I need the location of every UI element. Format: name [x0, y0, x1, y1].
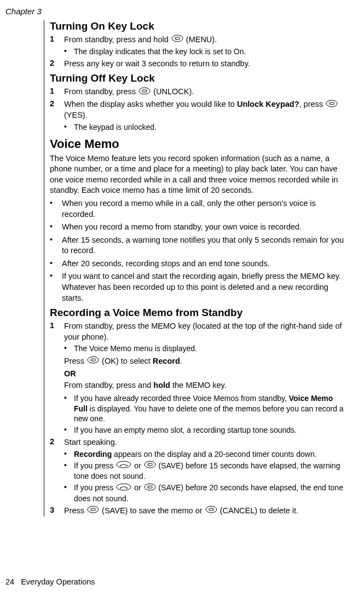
step-row: 2 When the display asks whether you woul… [50, 99, 348, 121]
sub-text: The display indicates that the key lock … [74, 47, 348, 57]
svg-point-11 [91, 360, 92, 360]
sub-text: If you press or (SAVE) before 20 seconds… [74, 483, 348, 504]
svg-point-21 [145, 484, 155, 490]
svg-point-14 [126, 465, 128, 466]
bullet-marker: • [64, 47, 74, 55]
bullet-marker: • [64, 343, 74, 352]
text: (YES). [64, 111, 88, 119]
svg-point-24 [88, 506, 99, 513]
text: If you press [74, 483, 115, 492]
svg-rect-1 [175, 37, 180, 39]
bullet-marker: • [64, 425, 74, 434]
save-key-icon [144, 483, 156, 494]
bullet-marker: • [64, 483, 74, 491]
step-number: 3 [50, 506, 64, 514]
step-text: Start speaking. [64, 437, 348, 448]
step-text: From standby, press and hold (MENU). [64, 35, 348, 45]
svg-point-9 [88, 357, 99, 363]
heading-voice-memo: Voice Memo [50, 137, 348, 151]
svg-rect-28 [209, 508, 213, 511]
step-text: Press (SAVE) to save the memo or (CANCEL… [64, 506, 348, 517]
text: (UNLOCK). [151, 87, 194, 96]
sub-text: Recording appears on the display and a 2… [74, 449, 348, 460]
text: appears on the display and a 20-second t… [112, 450, 316, 459]
step-text: When the display asks whether you would … [64, 99, 348, 121]
step-number: 2 [50, 99, 64, 108]
bullet-marker: • [50, 235, 62, 244]
svg-rect-25 [91, 508, 95, 511]
bullet-marker: • [50, 271, 62, 280]
bullet-row: • If you want to cancel and start the re… [50, 271, 348, 303]
bullet-marker: • [50, 222, 62, 231]
or-label: OR [64, 369, 348, 378]
sub-text: The keypad is unlocked. [74, 122, 348, 133]
bullet-marker: • [64, 122, 74, 131]
save-key-icon [87, 506, 99, 517]
text: Press [64, 357, 86, 365]
bullet-text: When you record a memo while in a call, … [62, 198, 348, 220]
step-number: 1 [50, 321, 64, 330]
bullet-text: When you record a memo from standby, you… [62, 222, 348, 233]
save-key-icon [144, 461, 156, 471]
text: (CANCEL) to delete it. [218, 506, 298, 515]
cancel-key-icon [205, 506, 217, 517]
text: , press [299, 100, 326, 108]
step-text: From standby, press (UNLOCK). [64, 87, 348, 98]
svg-point-6 [326, 100, 337, 107]
step-row: 1 From standby, press the MEMO key (loca… [50, 321, 348, 342]
svg-point-5 [146, 90, 146, 91]
text: or [132, 461, 143, 470]
bullet-marker: • [50, 259, 62, 267]
step-row: 2 Start speaking. [50, 437, 348, 448]
sub-text: The Voice Memo menu is displayed. [74, 343, 348, 354]
sub-text: If you have an empty memo slot, a record… [74, 425, 348, 435]
chapter-label: Chapter 3 [5, 7, 348, 16]
step-row: 1 From standby, press (UNLOCK). [50, 87, 348, 98]
bullet-row: • When you record a memo while in a call… [50, 198, 348, 220]
step-text: Press any key or wait 3 seconds to retur… [64, 59, 348, 70]
step-number: 2 [50, 437, 64, 446]
step-number: 1 [50, 35, 64, 43]
svg-rect-7 [330, 102, 334, 105]
step-number: 2 [50, 59, 64, 67]
svg-point-8 [331, 103, 331, 104]
text: (MENU). [184, 35, 217, 44]
text: is displayed. You have to delete one of … [74, 404, 344, 423]
paragraph: From standby, press and hold the MEMO ke… [64, 380, 348, 391]
bold-text: Recording [74, 450, 112, 459]
content-area: Turning On Key Lock 1 From standby, pres… [44, 20, 348, 517]
bullet-marker: • [64, 461, 74, 469]
page-number: 24 [5, 577, 14, 586]
svg-point-17 [148, 465, 149, 465]
svg-rect-22 [148, 486, 152, 488]
step-text: From standby, press the MEMO key (locate… [64, 321, 348, 342]
svg-rect-10 [91, 359, 95, 361]
ok-key-icon [87, 356, 99, 367]
unlock-key-icon [138, 87, 151, 98]
bullet-row: • After 15 seconds, a warning tone notif… [50, 235, 348, 256]
svg-point-0 [172, 35, 183, 42]
svg-rect-4 [142, 90, 147, 92]
sub-text: If you have already recorded three Voice… [74, 393, 348, 425]
bold-text: hold [153, 381, 170, 389]
sub-row: • If you press or (SAVE) before 20 secon… [64, 483, 348, 504]
sub-text: If you press or (SAVE) before 15 seconds… [74, 461, 348, 482]
bullet-marker: • [64, 393, 74, 402]
sub-row: • The keypad is unlocked. [64, 122, 348, 133]
bold-text: Unlock Keypad? [237, 100, 299, 108]
sub-row: • If you press or (SAVE) before 15 secon… [64, 461, 348, 482]
svg-point-15 [145, 461, 155, 468]
heading-recording-voice-memo: Recording a Voice Memo from Standby [50, 307, 348, 319]
end-call-key-icon [116, 461, 131, 471]
sub-row: • The Voice Memo menu is displayed. [64, 343, 348, 354]
svg-point-27 [206, 506, 217, 513]
bullet-row: • When you record a memo from standby, y… [50, 222, 348, 233]
paragraph: The Voice Memo feature lets you record s… [50, 153, 348, 196]
step-row: 1 From standby, press and hold (MENU). [50, 35, 348, 45]
bullet-row: • After 20 seconds, recording stops and … [50, 259, 348, 270]
bullet-text: If you want to cancel and start the reco… [62, 271, 348, 303]
text: (OK) to select [100, 357, 153, 365]
text: When the display asks whether you would … [64, 100, 237, 108]
bullet-text: After 15 seconds, a warning tone notifie… [62, 235, 348, 256]
footer-text: Everyday Operations [21, 577, 95, 586]
